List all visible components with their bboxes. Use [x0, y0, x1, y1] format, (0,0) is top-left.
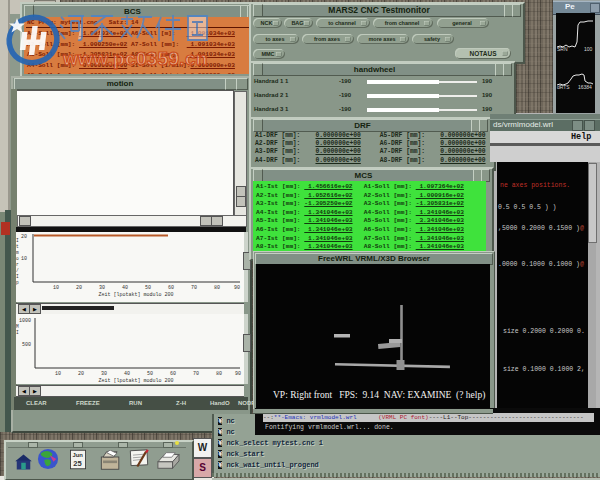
svg-text:50: 50 [147, 371, 153, 377]
svg-text:50: 50 [145, 285, 151, 291]
svg-text:VP: Right front FPS: 9.14: VP: Right front FPS: 9.14 NAV: EXAMINE (… [273, 390, 485, 401]
svg-text:SRN: SRN [557, 46, 568, 52]
svg-text:/: / [16, 268, 19, 273]
svg-text:10: 10 [21, 256, 27, 262]
svg-text:40: 40 [122, 285, 128, 291]
svg-text:30: 30 [101, 371, 107, 377]
svg-text:60: 60 [170, 371, 176, 377]
svg-text:m: m [16, 250, 19, 255]
svg-text:o: o [16, 256, 19, 261]
svg-text:70: 70 [193, 371, 199, 377]
svg-text:1000: 1000 [19, 318, 31, 324]
svg-text:20: 20 [76, 285, 82, 291]
svg-text:90: 90 [234, 285, 240, 291]
svg-text:I: I [16, 330, 19, 335]
svg-text:I: I [16, 274, 19, 279]
svg-text:500: 500 [22, 342, 31, 348]
svg-text:I: I [16, 238, 19, 243]
svg-text:10: 10 [53, 285, 59, 291]
svg-text:80: 80 [214, 285, 220, 291]
svg-text:dRTS: dRTS [557, 84, 570, 90]
svg-text:30: 30 [99, 285, 105, 291]
svg-text:80: 80 [216, 371, 222, 377]
svg-text:25: 25 [73, 459, 81, 468]
svg-text:70: 70 [191, 285, 197, 291]
svg-text:16384: 16384 [578, 84, 592, 90]
svg-text:60: 60 [168, 285, 174, 291]
svg-text:90: 90 [235, 371, 241, 377]
svg-text:r: r [16, 262, 19, 267]
svg-text:10: 10 [55, 371, 61, 377]
svg-text:100: 100 [584, 46, 593, 52]
svg-text:40: 40 [124, 371, 130, 377]
svg-text:p: p [16, 280, 19, 285]
svg-text:Zeit [lpotakt] modulo 200: Zeit [lpotakt] modulo 200 [98, 378, 173, 384]
svg-text:Jun: Jun [73, 452, 84, 458]
svg-text:20: 20 [21, 234, 27, 240]
svg-text:t: t [16, 244, 19, 249]
svg-text:20: 20 [78, 371, 84, 377]
svg-text:Zeit [lpotakt] modulo 200: Zeit [lpotakt] modulo 200 [98, 292, 173, 298]
svg-text:M: M [16, 324, 19, 329]
